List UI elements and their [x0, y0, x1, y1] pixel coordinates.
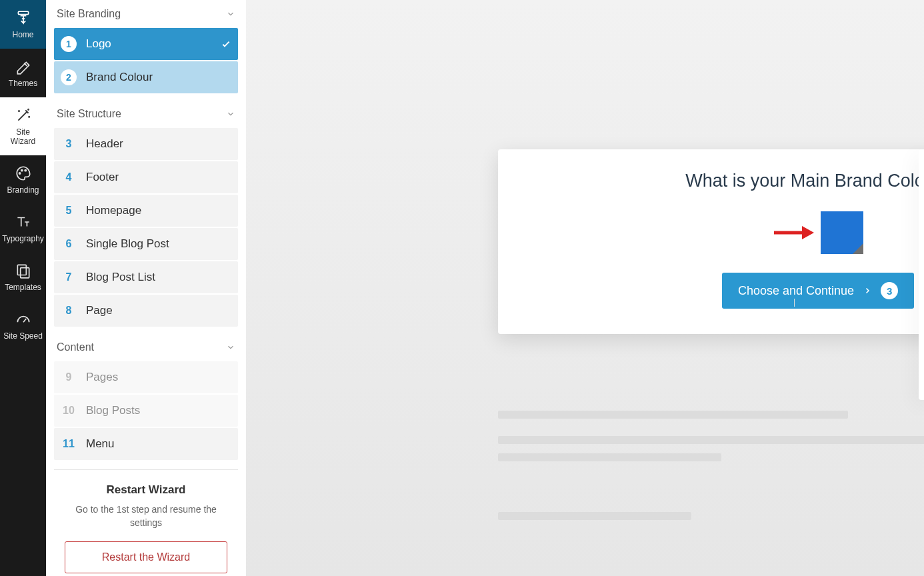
section-structure-label: Site Structure: [57, 108, 121, 120]
swatch-row: [511, 211, 924, 254]
brand-colour-modal: What is your Main Brand Colour? Choose a…: [498, 149, 924, 334]
step-num: 4: [61, 169, 77, 185]
section-branding-label: Site Branding: [57, 8, 121, 20]
step-blog-post-list[interactable]: 7Blog Post List: [54, 261, 238, 293]
home-icon: [15, 9, 32, 27]
svg-rect-7: [17, 265, 26, 275]
nav-site-speed[interactable]: Site Speed: [0, 301, 46, 350]
step-label: Pages: [86, 371, 231, 384]
step-label: Page: [86, 304, 231, 317]
svg-point-2: [29, 117, 29, 117]
step-num: 5: [61, 203, 77, 219]
nav-rail: Home Themes Site Wizard Branding Typogra…: [0, 0, 46, 576]
step-num: 9: [61, 369, 77, 385]
step-label: Homepage: [86, 204, 231, 217]
wizard-sidebar: Site Branding 1 Logo 2 Brand Colour Site…: [46, 0, 246, 576]
svg-rect-8: [20, 268, 29, 278]
nav-site-wizard[interactable]: Site Wizard: [0, 97, 46, 155]
templates-icon: [15, 262, 32, 279]
step-label: Blog Posts: [86, 404, 231, 417]
brand-colour-swatch[interactable]: [821, 211, 863, 254]
section-content[interactable]: Content: [46, 333, 246, 361]
chevron-right-icon: [863, 287, 871, 295]
svg-point-5: [21, 169, 22, 171]
step-header[interactable]: 3Header: [54, 128, 238, 160]
arrow-right-icon: [773, 225, 814, 241]
step-label: Header: [86, 137, 231, 151]
step-page[interactable]: 8Page: [54, 295, 238, 327]
step-num: 7: [61, 269, 77, 285]
step-num: 6: [61, 236, 77, 252]
preview-area: What is your Main Brand Colour? Choose a…: [246, 0, 924, 576]
chevron-down-icon: [226, 9, 235, 19]
restart-subtitle: Go to the 1st step and resume the settin…: [65, 503, 227, 529]
nav-speed-label: Site Speed: [3, 332, 43, 341]
nav-wizard-label: Site Wizard: [3, 128, 43, 145]
nav-templates-label: Templates: [5, 283, 41, 292]
skeleton-line: [498, 453, 721, 461]
nav-home[interactable]: Home: [0, 0, 46, 49]
section-content-label: Content: [57, 341, 94, 353]
step-label: Single Blog Post: [86, 237, 231, 251]
step-label: Brand Colour: [86, 71, 231, 84]
restart-section: Restart Wizard Go to the 1st step and re…: [54, 469, 238, 576]
check-icon: [221, 39, 231, 49]
svg-point-1: [18, 111, 19, 111]
skeleton-line: [498, 436, 924, 444]
skeleton-line: [498, 411, 848, 419]
step-pages[interactable]: 9Pages: [54, 361, 238, 393]
structure-steps: 3Header 4Footer 5Homepage 6Single Blog P…: [46, 128, 246, 333]
step-num: 1: [61, 36, 77, 52]
step-blog-posts[interactable]: 10Blog Posts: [54, 395, 238, 427]
section-site-structure[interactable]: Site Structure: [46, 100, 246, 128]
speed-icon: [15, 311, 32, 328]
svg-rect-0: [18, 11, 28, 14]
nav-typography-label: Typography: [2, 235, 44, 243]
step-label: Footer: [86, 171, 231, 184]
step-num: 3: [61, 136, 77, 152]
nav-themes-label: Themes: [9, 79, 37, 88]
step-num: 11: [61, 436, 77, 452]
section-site-branding[interactable]: Site Branding: [46, 0, 246, 28]
restart-title: Restart Wizard: [65, 483, 227, 497]
content-steps: 9Pages 10Blog Posts 11Menu: [46, 361, 246, 467]
svg-point-4: [19, 173, 20, 174]
cta-label: Choose and Continue: [738, 284, 854, 298]
step-homepage[interactable]: 5Homepage: [54, 195, 238, 227]
svg-point-6: [25, 169, 26, 171]
step-label: Menu: [86, 437, 231, 451]
wand-icon: [15, 107, 32, 124]
themes-icon: [15, 58, 32, 75]
next-step-badge: 3: [881, 282, 898, 299]
step-menu[interactable]: 11Menu: [54, 428, 238, 460]
restart-wizard-button[interactable]: Restart the Wizard: [65, 541, 227, 573]
nav-typography[interactable]: Typography: [0, 204, 46, 253]
svg-point-3: [28, 109, 29, 110]
divider: [794, 299, 795, 307]
step-num: 2: [61, 69, 77, 85]
choose-continue-button[interactable]: Choose and Continue 3: [722, 273, 914, 309]
adjacent-card-edge: [919, 149, 924, 400]
modal-title: What is your Main Brand Colour?: [511, 171, 924, 191]
step-logo[interactable]: 1 Logo: [54, 28, 238, 60]
nav-home-label: Home: [12, 31, 33, 39]
branding-steps: 1 Logo 2 Brand Colour: [46, 28, 246, 100]
svg-marker-10: [802, 226, 814, 239]
step-brand-colour[interactable]: 2 Brand Colour: [54, 61, 238, 93]
step-footer[interactable]: 4Footer: [54, 161, 238, 193]
step-label: Blog Post List: [86, 271, 231, 284]
step-label: Logo: [86, 37, 211, 51]
typography-icon: [15, 213, 32, 231]
nav-templates[interactable]: Templates: [0, 253, 46, 301]
chevron-down-icon: [226, 343, 235, 352]
nav-themes[interactable]: Themes: [0, 49, 46, 97]
skeleton-line: [498, 512, 691, 520]
nav-branding-label: Branding: [7, 186, 39, 195]
nav-branding[interactable]: Branding: [0, 155, 46, 204]
step-single-blog-post[interactable]: 6Single Blog Post: [54, 228, 238, 260]
step-num: 10: [61, 403, 77, 419]
chevron-down-icon: [226, 109, 235, 119]
step-num: 8: [61, 303, 77, 319]
palette-icon: [15, 165, 32, 182]
